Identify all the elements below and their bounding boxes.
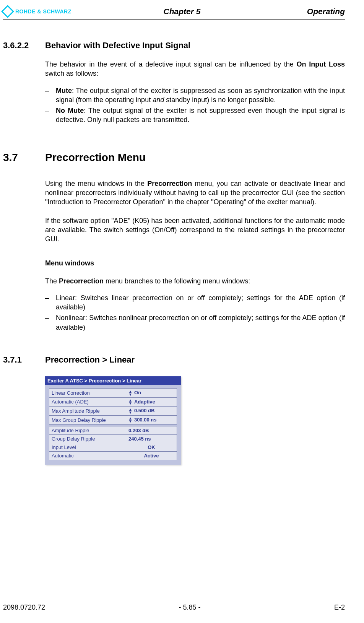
- screenshot-precorrection-linear: Exciter A ATSC > Precorrection > Linear …: [45, 376, 181, 465]
- setting-label: Automatic: [49, 452, 126, 460]
- heading-number: 3.7: [3, 151, 45, 164]
- heading-3-7: 3.7 Precorrection Menu: [3, 151, 345, 164]
- setting-label: Group Delay Ripple: [49, 435, 126, 443]
- value-text: 0.500 dB: [134, 408, 154, 413]
- setting-label: Linear Correction: [49, 389, 126, 398]
- heading-3-7-1: 3.7.1 Precorrection > Linear: [3, 355, 345, 365]
- value-text: 300.00 ns: [134, 417, 157, 423]
- setting-value[interactable]: ▲▼On: [126, 389, 177, 398]
- setting-label: Amplitude Ripple: [49, 426, 126, 435]
- page-footer: 2098.0720.72 - 5.85 - E-2: [3, 603, 345, 612]
- heading-3-6-2-2: 3.6.2.2 Behavior with Defective Input Si…: [3, 41, 345, 50]
- setting-value[interactable]: ▲▼Adaptive: [126, 397, 177, 407]
- table-row: Amplitude Ripple0.203 dB: [49, 426, 177, 435]
- value-text: 0.203 dB: [128, 428, 149, 433]
- footer-left: 2098.0720.72: [3, 603, 45, 612]
- list-item: Linear: Switches linear precorrection on…: [45, 293, 345, 312]
- footer-right: E-2: [334, 603, 345, 612]
- logo-diamond-icon: [1, 5, 14, 18]
- heading-number: 3.6.2.2: [3, 41, 45, 50]
- paragraph: The behavior in the event of a defective…: [45, 60, 345, 78]
- value-text: 240.45 ns: [128, 436, 151, 442]
- setting-value[interactable]: ▲▼0.500 dB: [126, 407, 177, 416]
- list-item: Mute: The output signal of the exciter i…: [45, 86, 345, 105]
- heading-number: 3.7.1: [3, 355, 45, 365]
- paragraph: The Precorrection menu branches to the f…: [45, 277, 345, 286]
- table-row: Max Amplitude Ripple▲▼0.500 dB: [49, 407, 177, 416]
- spinner-icon[interactable]: ▲▼: [128, 390, 132, 396]
- spinner-icon[interactable]: ▲▼: [128, 408, 132, 414]
- bullet-list: Mute: The output signal of the exciter i…: [45, 86, 345, 125]
- table-row: Group Delay Ripple240.45 ns: [49, 435, 177, 443]
- spinner-icon[interactable]: ▲▼: [128, 399, 132, 405]
- page-header: ROHDE & SCHWARZ Chapter 5 Operating: [3, 7, 345, 18]
- text-bold: On Input Loss: [297, 60, 345, 68]
- text: The behavior in the event of a defective…: [45, 60, 297, 68]
- spinner-icon[interactable]: ▲▼: [128, 417, 132, 423]
- text: menu branches to the following menu wind…: [104, 277, 250, 285]
- table-row: Input LevelOK: [49, 443, 177, 452]
- text: : The output signal of the exciter is no…: [56, 107, 345, 124]
- setting-label: Input Level: [49, 443, 126, 452]
- table-row: Max Group Delay Ripple▲▼300.00 ns: [49, 415, 177, 425]
- table-row: Automatic (ADE)▲▼Adaptive: [49, 397, 177, 407]
- sub-heading: Menu windows: [45, 259, 345, 267]
- table-row: Linear Correction▲▼On: [49, 389, 177, 398]
- text-italic: and: [153, 96, 164, 104]
- paragraph: If the software option "ADE" (K05) has b…: [45, 216, 345, 244]
- list-item: No Mute: The output signal of the excite…: [45, 106, 345, 125]
- value-text: On: [134, 390, 141, 395]
- section-label: Operating: [307, 7, 345, 16]
- settings-table: Linear Correction▲▼OnAutomatic (ADE)▲▼Ad…: [49, 388, 177, 460]
- text-bold: Precorrection: [147, 180, 192, 187]
- value-text: Adaptive: [134, 399, 155, 405]
- text: The: [45, 277, 59, 285]
- setting-value: OK: [126, 443, 177, 452]
- setting-value: 240.45 ns: [126, 435, 177, 443]
- bullet-list: Linear: Switches linear precorrection on…: [45, 293, 345, 332]
- brand-text: ROHDE & SCHWARZ: [15, 8, 72, 15]
- header-rule: [3, 20, 345, 20]
- setting-value: 0.203 dB: [126, 426, 177, 435]
- footer-center: - 5.85 -: [179, 603, 201, 612]
- text-bold: Mute: [56, 87, 72, 94]
- value-text: Active: [144, 453, 159, 459]
- text-bold: No Mute: [56, 107, 84, 114]
- panel-title: Exciter A ATSC > Precorrection > Linear: [45, 376, 181, 385]
- text: switch as follows:: [45, 70, 98, 77]
- brand-logo: ROHDE & SCHWARZ: [3, 7, 72, 16]
- text: standby input) is no longer possible.: [164, 96, 276, 104]
- heading-title: Behavior with Defective Input Signal: [45, 41, 190, 50]
- setting-label: Max Group Delay Ripple: [49, 415, 126, 425]
- table-row: AutomaticActive: [49, 452, 177, 460]
- setting-label: Max Amplitude Ripple: [49, 407, 126, 416]
- setting-value: Active: [126, 452, 177, 460]
- setting-value[interactable]: ▲▼300.00 ns: [126, 415, 177, 425]
- chapter-label: Chapter 5: [164, 7, 201, 16]
- value-text: OK: [148, 444, 155, 450]
- setting-label: Automatic (ADE): [49, 397, 126, 407]
- heading-title: Precorrection Menu: [45, 151, 146, 164]
- heading-title: Precorrection > Linear: [45, 355, 135, 365]
- paragraph: Using the menu windows in the Precorrect…: [45, 179, 345, 207]
- list-item: Nonlinear: Switches nonlinear precorrect…: [45, 313, 345, 332]
- text: Using the menu windows in the: [45, 180, 147, 187]
- text-bold: Precorrection: [59, 277, 104, 285]
